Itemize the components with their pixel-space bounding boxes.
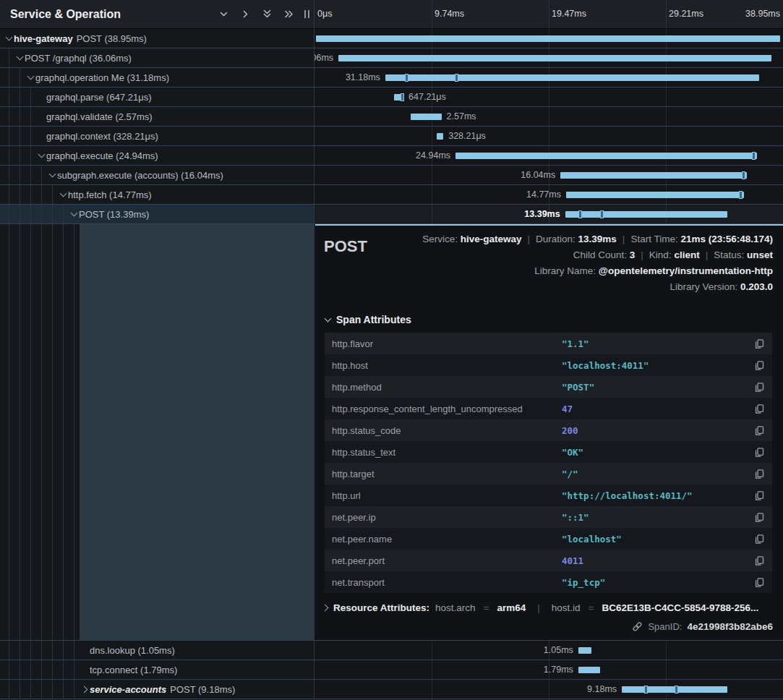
span-tree-item-post-graphql[interactable]: POST /graphql (36.06ms) [0, 48, 315, 67]
span-tree-item-graphql-validate[interactable]: graphql.validate (2.57ms) [0, 107, 315, 126]
copy-icon[interactable] [752, 534, 765, 545]
timeline-row[interactable]: 2.57ms [315, 107, 783, 126]
attribute-key: http.url [332, 490, 562, 501]
panel-resize-handle[interactable] [304, 10, 309, 18]
service-name: service-accounts [90, 684, 166, 695]
copy-icon[interactable] [752, 490, 765, 501]
span-tree-item-hive-gateway[interactable]: hive-gateway POST (38.95ms) [0, 29, 315, 48]
attribute-value: "localhost:4011" [562, 360, 752, 371]
chevron-right-icon[interactable] [80, 687, 90, 692]
span-row: POST /graphql (36.06ms) 36.06ms [0, 48, 783, 68]
span-tree-item-http-fetch[interactable]: http.fetch (14.77ms) [0, 185, 315, 204]
equals-sign: = [484, 602, 489, 613]
tree-header-title: Service & Operation [10, 8, 218, 21]
copy-icon[interactable] [752, 360, 765, 371]
operation-label: POST (9.18ms) [170, 684, 235, 695]
chevron-down-icon[interactable] [4, 37, 14, 40]
operation-label: graphql.validate (2.57ms) [46, 111, 153, 122]
chevron-down-icon[interactable] [69, 213, 79, 215]
chevron-down-icon[interactable] [14, 56, 25, 59]
attribute-key: http.response_content_length_uncompresse… [332, 404, 562, 414]
child-span-marker [455, 74, 458, 82]
span-bar[interactable] [455, 153, 757, 159]
span-bar[interactable] [338, 55, 771, 61]
link-icon[interactable] [632, 621, 643, 632]
attribute-key: http.status_code [332, 425, 562, 436]
timeline-row[interactable]: 16.04ms [315, 166, 783, 184]
span-tree-item-post-selected[interactable]: POST (13.39ms) [0, 205, 315, 223]
operation-label: dns.lookup (1.05ms) [90, 645, 175, 656]
timeline-row[interactable] [315, 29, 783, 48]
chevron-down-icon[interactable] [47, 174, 57, 176]
operation-label: http.fetch (14.77ms) [68, 189, 152, 200]
span-rows: hive-gateway POST (38.95ms) POST /graphq… [0, 29, 783, 224]
indent-guides [4, 48, 14, 67]
indent-guides [4, 205, 69, 223]
copy-icon[interactable] [752, 555, 765, 566]
indent-guides [4, 127, 36, 145]
span-bar[interactable] [316, 35, 780, 42]
span-bar[interactable] [560, 172, 747, 179]
indent-guides [4, 185, 58, 204]
span-bar[interactable] [385, 74, 759, 81]
attribute-row: net.peer.name"localhost" [325, 528, 772, 550]
span-bar[interactable] [566, 192, 744, 198]
chevron-down-icon[interactable] [58, 193, 68, 196]
span-tree-item-graphql-parse[interactable]: graphql.parse (647.21μs) [0, 88, 315, 106]
copy-icon[interactable] [752, 469, 765, 479]
span-tree-item-tcp-connect[interactable]: tcp.connect (1.79ms) [0, 660, 315, 679]
timeline-row[interactable]: 9.18ms [315, 680, 783, 699]
span-row: http.fetch (14.77ms) 14.77ms [0, 185, 783, 205]
span-tree-item-graphql-context[interactable]: graphql.context (328.21μs) [0, 127, 315, 145]
collapse-all-icon[interactable] [262, 9, 273, 20]
chevron-down-icon[interactable] [36, 154, 46, 157]
attribute-key: http.flavor [332, 338, 562, 349]
copy-icon[interactable] [752, 425, 765, 436]
operation-label: tcp.connect (1.79ms) [90, 665, 177, 675]
attribute-value: 47 [562, 404, 752, 414]
timeline-row[interactable]: 31.18ms [315, 68, 783, 87]
resource-attributes-toggle[interactable]: Resource Attributes: host.arch = arm64 |… [324, 602, 773, 613]
timeline-row[interactable]: 647.21μs [315, 88, 783, 106]
timeline-row[interactable]: 13.39ms [315, 205, 783, 223]
span-attributes-toggle[interactable]: Span Attributes [325, 314, 773, 325]
attribute-row: net.peer.ip"::1" [325, 506, 772, 528]
span-tree-item-dns-lookup[interactable]: dns.lookup (1.05ms) [0, 641, 315, 660]
span-row: graphql.validate (2.57ms) 2.57ms [0, 107, 783, 127]
span-tree-item-subgraph-execute[interactable]: subgraph.execute (accounts) (16.04ms) [0, 166, 315, 184]
span-tree-item-graphql-execute[interactable]: graphql.execute (24.94ms) [0, 146, 315, 165]
span-bar[interactable] [578, 667, 600, 673]
span-tree-item-service-accounts[interactable]: service-accounts POST (9.18ms) [0, 680, 315, 699]
copy-icon[interactable] [752, 382, 765, 393]
axis-tick: 9.74ms [435, 9, 464, 19]
expand-all-icon[interactable] [283, 9, 294, 20]
span-tree-item-graphql-operation[interactable]: graphql.operation Me (31.18ms) [0, 68, 315, 87]
span-title: POST [324, 237, 367, 256]
timeline-row[interactable]: 36.06ms [315, 48, 783, 67]
expand-one-icon[interactable] [240, 9, 251, 20]
attribute-row: http.flavor"1.1" [325, 333, 772, 354]
timeline-row[interactable]: 14.77ms [315, 185, 783, 204]
attribute-key: net.peer.port [332, 555, 562, 566]
timeline-row[interactable]: 1.05ms [315, 641, 783, 660]
indent-guides [4, 146, 36, 165]
timeline-row[interactable]: 328.21μs [315, 127, 783, 145]
span-bar[interactable] [578, 647, 591, 654]
service-name: hive-gateway [14, 33, 73, 44]
copy-icon[interactable] [752, 404, 765, 414]
span-bar[interactable] [565, 211, 727, 218]
child-span-marker [600, 210, 604, 218]
chevron-right-icon [322, 605, 329, 612]
copy-icon[interactable] [752, 447, 765, 458]
timeline-row[interactable]: 24.94ms [315, 146, 783, 165]
duration-label: 1.05ms [544, 645, 573, 655]
copy-icon[interactable] [752, 577, 765, 588]
copy-icon[interactable] [752, 338, 765, 349]
timeline-row[interactable]: 1.79ms [315, 660, 783, 679]
collapse-one-icon[interactable] [218, 9, 229, 20]
selected-span-highlight[interactable] [80, 224, 314, 640]
span-bar[interactable] [437, 133, 443, 140]
copy-icon[interactable] [752, 512, 765, 523]
span-bar[interactable] [411, 114, 442, 120]
chevron-down-icon[interactable] [25, 76, 35, 79]
